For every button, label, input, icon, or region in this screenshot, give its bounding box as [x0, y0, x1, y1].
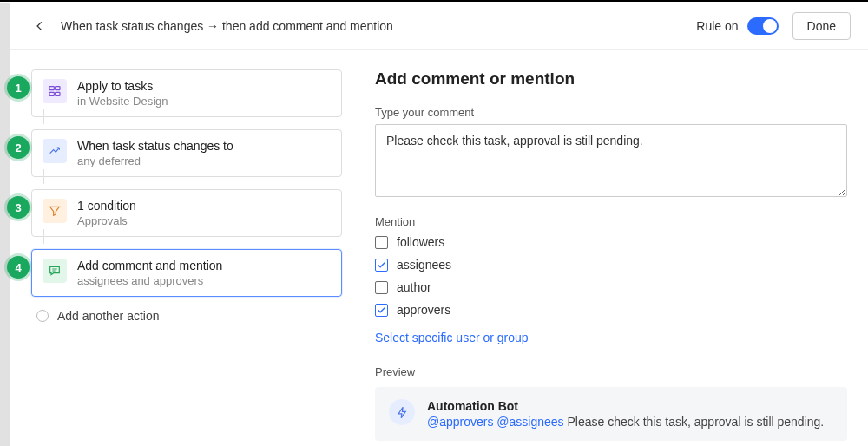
- step-number-1: 1: [7, 76, 30, 99]
- trigger-icon: [43, 139, 67, 163]
- preview-label: Preview: [375, 365, 847, 378]
- bolt-icon: [389, 399, 415, 425]
- svg-rect-0: [49, 87, 54, 90]
- rule-header: When task status changes → then add comm…: [0, 2, 868, 50]
- mention-checkbox-author[interactable]: author: [375, 280, 847, 294]
- breadcrumb: When task status changes → then add comm…: [61, 19, 696, 33]
- mention-label: Mention: [375, 215, 847, 228]
- chevron-left-icon: [34, 20, 46, 32]
- mention-checkbox-approvers[interactable]: approvers: [375, 303, 847, 317]
- mention-option-label: assignees: [397, 258, 451, 272]
- step-card-scope[interactable]: Apply to tasks in Website Design: [31, 69, 342, 117]
- rule-on-label: Rule on: [696, 19, 738, 33]
- step-title: When task status changes to: [77, 139, 233, 153]
- step-title: Add comment and mention: [77, 259, 222, 272]
- preview-body: @approvers @assignees Please check this …: [427, 415, 824, 429]
- preview-text: Please check this task, approval is stil…: [568, 415, 825, 429]
- step-subtitle: assignees and approvers: [77, 274, 222, 287]
- step-subtitle: Approvals: [77, 214, 136, 227]
- checkbox-icon: [375, 304, 388, 317]
- add-another-action[interactable]: Add another action: [36, 309, 342, 323]
- comment-field-label: Type your comment: [375, 106, 847, 119]
- app-left-rail: [0, 3, 10, 446]
- step-connector: [43, 109, 44, 124]
- mention-checkbox-assignees[interactable]: assignees: [375, 258, 847, 272]
- step-number-3: 3: [7, 196, 30, 219]
- step-subtitle: in Website Design: [77, 95, 168, 108]
- add-another-label: Add another action: [57, 309, 160, 323]
- svg-rect-1: [56, 87, 60, 90]
- mention-option-label: author: [397, 280, 431, 294]
- rule-steps-column: 1 Apply to tasks in Website Design 2: [21, 69, 342, 441]
- step-card-action[interactable]: Add comment and mention assignees and ap…: [31, 249, 342, 297]
- svg-rect-3: [56, 92, 60, 95]
- svg-rect-2: [49, 92, 54, 95]
- checkbox-icon: [375, 236, 388, 249]
- mention-option-label: approvers: [397, 303, 450, 317]
- scope-icon: [43, 79, 67, 103]
- step-connector: [43, 169, 44, 184]
- mention-checkbox-followers[interactable]: followers: [375, 235, 847, 249]
- action-config-panel: Add comment or mention Type your comment…: [342, 69, 847, 441]
- back-button[interactable]: [30, 16, 50, 36]
- radio-unselected-icon: [36, 310, 49, 322]
- step-number-2: 2: [7, 136, 30, 159]
- step-card-condition[interactable]: 1 condition Approvals: [31, 189, 342, 237]
- checkbox-icon: [375, 259, 388, 272]
- rule-on-toggle[interactable]: [747, 17, 779, 35]
- step-subtitle: any deferred: [77, 154, 233, 167]
- comment-icon: [43, 259, 67, 283]
- rule-toggle-group: Rule on: [696, 17, 778, 35]
- preview-author: Automation Bot: [427, 399, 824, 413]
- step-title: Apply to tasks: [77, 79, 168, 93]
- filter-icon: [43, 199, 67, 223]
- panel-title: Add comment or mention: [375, 69, 847, 89]
- checkbox-icon: [375, 281, 388, 294]
- step-title: 1 condition: [77, 199, 136, 213]
- step-connector: [43, 229, 44, 244]
- comment-input[interactable]: [375, 124, 847, 197]
- done-button[interactable]: Done: [792, 12, 851, 40]
- select-user-group-link[interactable]: Select specific user or group: [375, 331, 529, 344]
- preview-mentions: @approvers @assignees: [427, 415, 564, 429]
- step-number-4: 4: [7, 256, 30, 279]
- preview-card: Automation Bot @approvers @assignees Ple…: [375, 387, 847, 441]
- mention-option-label: followers: [397, 235, 444, 249]
- step-card-trigger[interactable]: When task status changes to any deferred: [31, 129, 342, 177]
